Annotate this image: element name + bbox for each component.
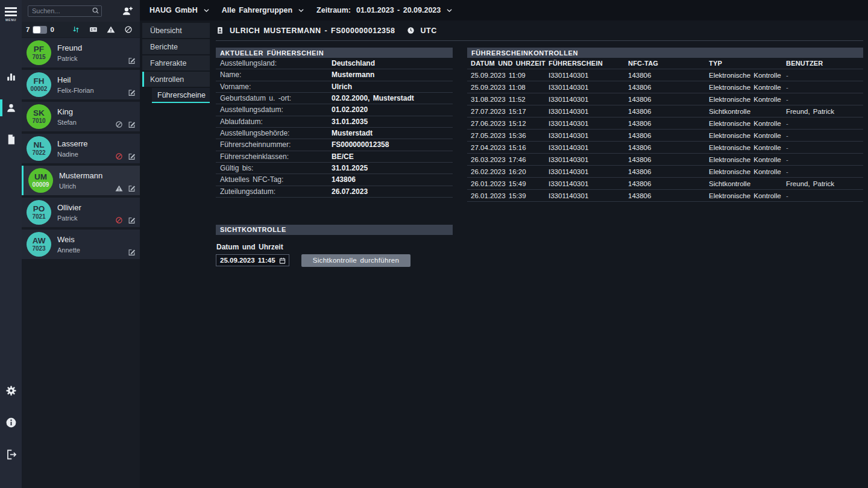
cell-user: Freund, Patrick: [786, 108, 863, 115]
column-header: BENUTZER: [786, 60, 863, 67]
column-header: TYP: [709, 60, 786, 67]
logout-icon: [5, 449, 17, 460]
date-time-input[interactable]: 25.09.2023 11:45: [216, 254, 289, 266]
cell-nfc-tag: 143806: [628, 108, 709, 115]
license-detail-row: Name: Mustermann: [216, 69, 453, 81]
nav-item-kontrollen[interactable]: Kontrollen: [142, 72, 210, 87]
license-card-icon[interactable]: [89, 25, 98, 34]
driver-lastname: Heil: [57, 75, 94, 84]
nav-item-fuehrerscheine[interactable]: Führerscheine: [152, 88, 210, 103]
perform-visual-check-button[interactable]: Sichtkontrolle durchführen: [301, 254, 410, 267]
cell-type: Elektronische Kontrolle: [709, 156, 786, 163]
driver-lastname: King: [57, 107, 77, 116]
driver-list-item[interactable]: PF 7015 Freund Patrick: [22, 38, 140, 67]
nav-documents-button[interactable]: [0, 130, 22, 148]
driver-list-item[interactable]: PO 7021 Ollivier Patrick: [22, 198, 140, 227]
gear-icon: [5, 385, 17, 396]
edit-icon[interactable]: [128, 248, 136, 256]
nav-item-berichte[interactable]: Berichte: [142, 39, 210, 54]
warning-icon: [115, 184, 123, 192]
sichtkontrolle-heading: SICHTKONTROLLE: [216, 225, 453, 235]
blocked-icon: [115, 152, 123, 160]
edit-icon[interactable]: [128, 57, 136, 64]
avatar-initials: PO: [33, 205, 45, 214]
control-table-row: 25.09.2023 11:09 I3301140301 143806 Elek…: [467, 69, 863, 81]
nav-item-fahrerakte[interactable]: Fahrerakte: [142, 55, 210, 70]
cell-license: I3301140301: [549, 180, 628, 187]
avatar-initials: NL: [34, 141, 45, 150]
control-table-row: 31.08.2023 11:52 I3301140301 143806 Elek…: [467, 93, 863, 105]
cell-license: I3301140301: [549, 120, 628, 127]
info-button[interactable]: [0, 413, 22, 431]
license-detail-row: Zuteilungsdatum: 26.07.2023: [216, 186, 453, 198]
driver-list-item[interactable]: AW 7023 Weis Annette: [22, 230, 140, 259]
cell-datetime: 31.08.2023 11:52: [471, 96, 549, 103]
menu-button[interactable]: MENU: [5, 7, 17, 22]
blocked-filter-icon[interactable]: [124, 25, 133, 34]
edit-icon[interactable]: [128, 216, 136, 224]
edit-icon[interactable]: [128, 89, 136, 96]
driver-lastname: Freund: [57, 43, 82, 52]
license-detail-row: Ablaufdatum: 31.01.2035: [216, 116, 453, 128]
control-table-row: 26.01.2023 15:49 I3301140301 143806 Sich…: [467, 178, 863, 190]
license-detail-label: Ausstellungsdatum:: [216, 105, 332, 114]
sort-icon[interactable]: [72, 25, 80, 34]
driver-list-item[interactable]: NL 7022 Lasserre Nadine: [22, 134, 140, 163]
cell-type: Elektronische Kontrolle: [709, 168, 786, 175]
cell-user: -: [786, 96, 863, 103]
license-detail-label: Aktuelles NFC-Tag:: [216, 175, 332, 184]
driver-list-item[interactable]: UM 00009 Mustermann Ulrich: [22, 166, 140, 195]
license-detail-label: Geburtsdatum u. -ort:: [216, 94, 332, 102]
edit-icon[interactable]: [128, 152, 136, 160]
blocked-icon: [115, 120, 123, 128]
cell-user: -: [786, 168, 863, 175]
search-input[interactable]: [28, 5, 102, 17]
license-detail-row: Ausstellungsbehörde: Musterstadt: [216, 128, 453, 139]
cell-user: -: [786, 72, 863, 79]
cell-type: Elektronische Kontrolle: [709, 72, 786, 79]
driver-list-item[interactable]: FH 00002 Heil Felix-Florian: [22, 70, 140, 99]
driver-filter-toggle[interactable]: [33, 26, 47, 34]
cell-datetime: 26.03.2023 17:46: [471, 156, 549, 163]
driver-firstname: Stefan: [57, 119, 77, 126]
driver-firstname: Nadine: [57, 151, 88, 158]
driver-list: PF 7015 Freund Patrick FH 00002 Heil Fel…: [22, 38, 140, 488]
cell-datetime: 25.09.2023 11:09: [471, 72, 549, 79]
company-dropdown[interactable]: HAUG GmbH: [149, 6, 210, 14]
cell-type: Elektronische Kontrolle: [709, 144, 786, 151]
edit-icon[interactable]: [128, 120, 136, 128]
edit-icon[interactable]: [128, 184, 136, 192]
license-detail-row: Aktuelles NFC-Tag: 143806: [216, 174, 453, 186]
controls-panel: FÜHRERSCHEINKONTROLLEN DATUM UND UHRZEIT…: [467, 48, 863, 267]
license-detail-value: 31.01.2035: [332, 117, 368, 126]
nav-item-übersicht[interactable]: Übersicht: [142, 23, 210, 38]
cell-datetime: 26.02.2023 16:20: [471, 168, 549, 175]
license-detail-row: Geburtsdatum u. -ort: 02.02.2000, Muster…: [216, 93, 453, 104]
main-content: ULRICH MUSTERMANN - FS000000012358 UTC A…: [210, 20, 868, 488]
period-dropdown[interactable]: Zeitraum: 01.01.2023 - 20.09.2023: [316, 6, 453, 14]
cell-license: I3301140301: [549, 132, 628, 139]
license-detail-label: Zuteilungsdatum:: [216, 187, 332, 196]
logout-button[interactable]: [0, 445, 22, 463]
license-detail-value: Musterstadt: [332, 129, 373, 137]
control-table-row: 26.03.2023 17:46 I3301140301 143806 Elek…: [467, 154, 863, 166]
nav-statistics-button[interactable]: [0, 67, 22, 86]
info-icon: [5, 417, 17, 428]
warning-filter-icon[interactable]: [107, 25, 115, 34]
driver-group-dropdown[interactable]: Alle Fahrergruppen: [222, 6, 304, 14]
section-nav: ÜbersichtBerichteFahrerakteKontrollen Fü…: [140, 20, 210, 488]
cell-license: I3301140301: [549, 72, 628, 79]
right-column: HAUG GmbH Alle Fahrergruppen Zeitraum: 0…: [140, 0, 868, 488]
driver-avatar: SK 7010: [27, 104, 51, 129]
driver-list-item[interactable]: SK 7010 King Stefan: [22, 102, 140, 131]
driver-group-label: Alle Fahrergruppen: [222, 6, 292, 14]
license-detail-value: 143806: [332, 175, 356, 184]
control-table-row: 26.01.2023 15:39 I3301140301 143806 Elek…: [467, 190, 863, 202]
nav-drivers-button[interactable]: [0, 99, 22, 117]
license-detail-row: Gültig bis: 31.01.2025: [216, 163, 453, 174]
control-table-row: 25.09.2023 11:08 I3301140301 143806 Elek…: [467, 81, 863, 93]
add-driver-button[interactable]: [122, 5, 133, 17]
license-detail-label: Führerscheinklassen:: [216, 152, 332, 161]
settings-button[interactable]: [0, 381, 22, 399]
license-panel: AKTUELLER FÜHRERSCHEIN Ausstellungsland:…: [216, 48, 453, 267]
